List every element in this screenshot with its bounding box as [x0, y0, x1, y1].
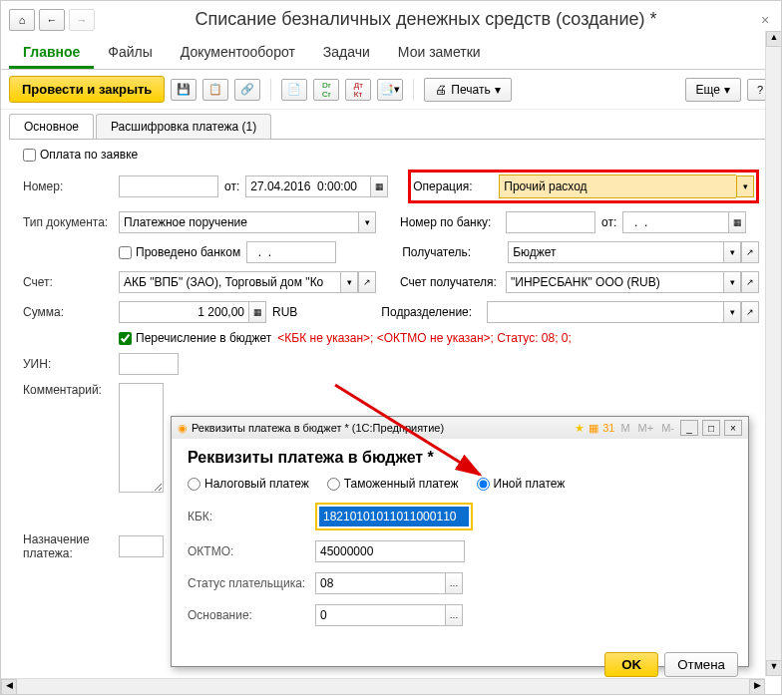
- budget-details-dialog: ◉ Реквизиты платежа в бюджет * (1С:Предп…: [171, 416, 749, 667]
- dialog-body: Реквизиты платежа в бюджет * Налоговый п…: [172, 439, 748, 646]
- purpose-input[interactable]: [119, 535, 164, 557]
- date-input[interactable]: [245, 175, 370, 197]
- m-minus-button[interactable]: M-: [659, 422, 676, 434]
- tab-files[interactable]: Файлы: [94, 38, 166, 69]
- radio-tax[interactable]: Налоговый платеж: [188, 477, 309, 491]
- save-icon[interactable]: 💾: [171, 79, 196, 101]
- operation-select[interactable]: [499, 174, 736, 198]
- bank-date-input[interactable]: [622, 211, 728, 233]
- comment-textarea[interactable]: [119, 383, 164, 493]
- dropdown-icon[interactable]: ▾: [358, 211, 376, 233]
- account-label: Счет:: [23, 275, 113, 289]
- operation-highlight: Операция: ▾: [408, 170, 759, 203]
- pay-by-request-checkbox[interactable]: Оплата по заявке: [23, 148, 138, 162]
- ellipsis-icon[interactable]: …: [445, 572, 463, 594]
- sum-input[interactable]: [119, 301, 248, 323]
- operation-label: Операция:: [413, 179, 493, 193]
- dr-cr-icon[interactable]: DrCr: [313, 79, 339, 101]
- scroll-left-icon[interactable]: ◀: [1, 679, 17, 695]
- scroll-right-icon[interactable]: ▶: [749, 679, 765, 695]
- budget-transfer-checkbox[interactable]: Перечисление в бюджет: [119, 331, 271, 345]
- dropdown-icon[interactable]: ▾: [723, 241, 741, 263]
- processed-date-input[interactable]: [246, 241, 336, 263]
- operation-dropdown-icon[interactable]: ▾: [736, 175, 754, 197]
- status-input[interactable]: [315, 572, 445, 594]
- dialog-title-text: Реквизиты платежа в бюджет * (1С:Предпри…: [192, 422, 571, 434]
- oktmo-label: ОКТМО:: [188, 544, 307, 558]
- main-window: ⌂ ← → Списание безналичных денежных сред…: [0, 0, 782, 695]
- doc-icon[interactable]: 📄: [281, 79, 307, 101]
- print-button[interactable]: 🖨 Печать ▾: [424, 78, 511, 102]
- tab-main[interactable]: Главное: [9, 38, 94, 69]
- subtab-decode[interactable]: Расшифровка платежа (1): [96, 114, 271, 139]
- doctype-select[interactable]: [119, 211, 358, 233]
- m-button[interactable]: M: [618, 422, 631, 434]
- uin-label: УИН:: [23, 357, 113, 371]
- minimize-icon[interactable]: _: [680, 420, 698, 436]
- maximize-icon[interactable]: □: [702, 420, 720, 436]
- close-icon[interactable]: ×: [757, 12, 773, 28]
- doctype-label: Тип документа:: [23, 215, 113, 229]
- post-icon[interactable]: 📋: [202, 79, 228, 101]
- subtab-main[interactable]: Основное: [9, 114, 94, 139]
- basis-input[interactable]: [315, 604, 445, 626]
- processed-checkbox[interactable]: Проведено банком: [119, 245, 240, 259]
- link-icon[interactable]: 🔗: [234, 79, 260, 101]
- kbk-highlight: [315, 503, 473, 530]
- m-plus-button[interactable]: M+: [636, 422, 656, 434]
- open-icon[interactable]: ↗: [741, 271, 759, 293]
- radio-customs[interactable]: Таможенный платеж: [327, 477, 459, 491]
- ok-button[interactable]: OK: [604, 652, 658, 677]
- scroll-down-icon[interactable]: ▼: [766, 660, 782, 676]
- sub-tabs: Основное Расшифровка платежа (1): [1, 110, 781, 139]
- division-input[interactable]: [487, 301, 723, 323]
- calc-icon[interactable]: ▦: [588, 422, 598, 435]
- bank-num-input[interactable]: [506, 211, 595, 233]
- tab-tasks[interactable]: Задачи: [309, 38, 384, 69]
- home-icon[interactable]: ⌂: [9, 9, 35, 31]
- main-tabs: Главное Файлы Документооборот Задачи Мои…: [1, 38, 781, 70]
- calculator-icon[interactable]: ▦: [248, 301, 266, 323]
- number-input[interactable]: [119, 175, 218, 197]
- open-icon[interactable]: ↗: [741, 241, 759, 263]
- forward-icon[interactable]: →: [69, 9, 95, 31]
- open-icon[interactable]: ↗: [358, 271, 376, 293]
- bank-num-label: Номер по банку:: [400, 215, 500, 229]
- dropdown-icon[interactable]: ▾: [723, 271, 741, 293]
- more-button[interactable]: Еще ▾: [685, 78, 741, 102]
- budget-warning: <КБК не указан>; <ОКТМО не указан>; Стат…: [277, 331, 571, 345]
- back-icon[interactable]: ←: [39, 9, 65, 31]
- ellipsis-icon[interactable]: …: [445, 604, 463, 626]
- radio-other[interactable]: Иной платеж: [477, 477, 566, 491]
- recipient-input[interactable]: [508, 241, 723, 263]
- scroll-up-icon[interactable]: ▲: [766, 31, 782, 47]
- dropdown-icon[interactable]: ▾: [340, 271, 358, 293]
- calendar-dlg-icon[interactable]: 31: [602, 422, 614, 434]
- calendar-icon[interactable]: ▦: [370, 175, 388, 197]
- dialog-titlebar: ◉ Реквизиты платежа в бюджет * (1С:Предп…: [172, 417, 748, 439]
- dropdown-icon[interactable]: ▾: [723, 301, 741, 323]
- window-title: Списание безналичных денежных средств (с…: [99, 5, 753, 34]
- kbk-input[interactable]: [319, 507, 469, 526]
- vertical-scrollbar[interactable]: ▲ ▼: [765, 31, 781, 676]
- cancel-button[interactable]: Отмена: [664, 652, 738, 677]
- account-select[interactable]: [119, 271, 340, 293]
- open-icon[interactable]: ↗: [741, 301, 759, 323]
- favorite-icon[interactable]: ★: [575, 422, 585, 435]
- rec-account-input[interactable]: [506, 271, 723, 293]
- tab-docflow[interactable]: Документооборот: [167, 38, 309, 69]
- dt-kt-icon[interactable]: ДтКт: [345, 79, 371, 101]
- submit-close-button[interactable]: Провести и закрыть: [9, 76, 165, 103]
- separator: [270, 79, 271, 101]
- dialog-close-icon[interactable]: ×: [724, 420, 742, 436]
- status-label: Статус плательщика:: [188, 576, 307, 590]
- basis-label: Основание:: [188, 608, 307, 622]
- currency-label: RUB: [272, 305, 297, 319]
- uin-input[interactable]: [119, 353, 179, 375]
- create-basis-icon[interactable]: 📑▾: [377, 79, 403, 101]
- calendar-icon[interactable]: ▦: [728, 211, 746, 233]
- oktmo-input[interactable]: [315, 540, 465, 562]
- dialog-header: Реквизиты платежа в бюджет *: [188, 449, 732, 467]
- recipient-label: Получатель:: [402, 245, 502, 259]
- tab-notes[interactable]: Мои заметки: [384, 38, 495, 69]
